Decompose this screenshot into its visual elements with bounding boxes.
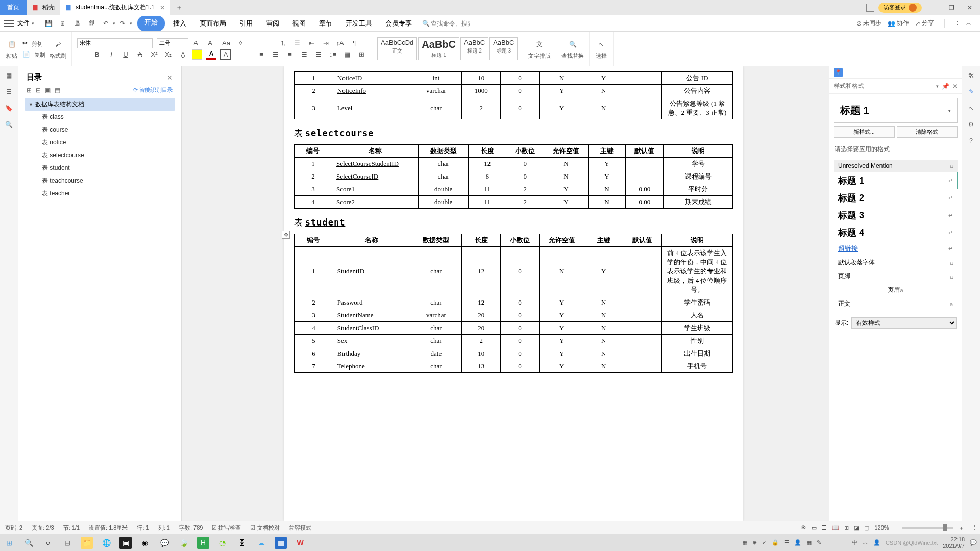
tray-icon[interactable]: ▦ xyxy=(806,539,812,546)
status-pagenum[interactable]: 页码: 2 xyxy=(5,524,22,532)
restore-button[interactable]: ❐ xyxy=(944,2,959,13)
view-outline-icon[interactable]: ☰ xyxy=(822,524,827,531)
nav-child[interactable]: 表 notice xyxy=(24,136,175,149)
multilevel-icon[interactable]: ☰ xyxy=(292,38,302,48)
tray-icon[interactable]: 🔒 xyxy=(772,539,779,546)
style-list-item[interactable]: 标题 4↵ xyxy=(834,224,958,241)
undo-icon[interactable]: ↶ xyxy=(101,19,110,28)
minimize-button[interactable]: — xyxy=(926,2,940,13)
hamburger-icon[interactable] xyxy=(4,18,14,29)
quickprint-icon[interactable]: 🗐 xyxy=(87,19,96,28)
status-words[interactable]: 字数: 789 xyxy=(179,524,203,532)
close-button[interactable]: ✕ xyxy=(963,2,977,13)
style-list-item[interactable]: Unresolved Mentiona xyxy=(834,160,958,172)
tray-icon[interactable]: ▦ xyxy=(742,539,747,546)
expand-all-icon[interactable]: ⊞ xyxy=(27,87,32,94)
tab-view[interactable]: 视图 xyxy=(287,16,311,31)
tab-developer[interactable]: 开发工具 xyxy=(340,16,377,31)
status-doccheck[interactable]: ☑ 文档校对 xyxy=(250,524,279,532)
notifications-icon[interactable]: 💬 xyxy=(970,539,977,546)
show-select[interactable]: 有效样式 xyxy=(851,317,957,329)
smart-detect-button[interactable]: ⟳智能识别目录 xyxy=(133,86,173,94)
align-distribute-icon[interactable]: ☰ xyxy=(313,49,324,60)
style-h1[interactable]: AaBbC 标题 1 xyxy=(418,37,459,60)
tab-home[interactable]: 首页 xyxy=(0,0,27,15)
tab-section[interactable]: 章节 xyxy=(314,16,337,31)
tab-start[interactable]: 开始 xyxy=(137,16,165,31)
tray-people-icon[interactable]: 👤 xyxy=(873,539,880,546)
pane-close-icon[interactable]: ✕ xyxy=(952,83,958,90)
superscript-button[interactable]: X² xyxy=(149,49,159,60)
nav-child[interactable]: 表 course xyxy=(24,123,175,136)
style-list-item[interactable]: 标题 2↵ xyxy=(834,189,958,207)
tray-icon[interactable]: 👤 xyxy=(794,539,801,546)
tab-layout[interactable]: 页面布局 xyxy=(194,16,231,31)
chevron-down-icon[interactable]: ▾ xyxy=(130,21,132,26)
new-style-button[interactable]: 新样式... xyxy=(834,126,895,138)
more-icon[interactable]: ⋮ xyxy=(955,21,960,26)
app-icon-2[interactable]: 🍃 xyxy=(178,537,190,549)
close-icon[interactable]: ✕ xyxy=(167,73,173,82)
sort-icon[interactable]: ↕A xyxy=(335,38,345,48)
outline-icon[interactable]: ☰ xyxy=(4,87,14,97)
app-icon-5[interactable]: 🗄 xyxy=(236,537,248,549)
chevron-down-icon[interactable]: ▾ xyxy=(32,21,34,26)
styles-icon[interactable]: ✎ xyxy=(966,87,976,97)
numbering-icon[interactable]: ⒈ xyxy=(278,38,288,48)
format-painter-label[interactable]: 格式刷 xyxy=(50,52,66,60)
tab-references[interactable]: 引用 xyxy=(234,16,258,31)
share-button[interactable]: ↗分享 xyxy=(915,19,934,28)
tab-insert[interactable]: 插入 xyxy=(168,16,191,31)
status-spell[interactable]: ☑ 拼写检查 xyxy=(212,524,241,532)
pin-icon[interactable]: 📍 xyxy=(834,68,843,77)
borders-icon[interactable]: ⊞ xyxy=(356,49,366,60)
print-preview-icon[interactable]: 🗎 xyxy=(58,19,67,28)
strike-button[interactable]: A xyxy=(135,49,145,60)
view-read-icon[interactable]: 📖 xyxy=(832,524,839,531)
style-h3[interactable]: AaBbC 标题 3 xyxy=(489,37,518,60)
select-icon[interactable]: ↖ xyxy=(966,103,976,113)
indent-icon[interactable]: ⇥ xyxy=(321,38,331,48)
grow-font-icon[interactable]: A⁺ xyxy=(192,38,203,48)
tray-icon[interactable]: ⊕ xyxy=(752,539,757,546)
style-list-item[interactable]: 页眉a xyxy=(834,283,958,297)
align-justify-icon[interactable]: ☰ xyxy=(299,49,309,60)
collapse-all-icon[interactable]: ⊟ xyxy=(36,87,41,94)
tray-up-icon[interactable]: ︿ xyxy=(863,539,868,546)
select-group[interactable]: ↖ 选择 xyxy=(590,32,614,66)
style-list-item[interactable]: 页脚a xyxy=(834,269,958,283)
nav-child[interactable]: 表 teacher xyxy=(24,187,175,200)
zoom-value[interactable]: 120% xyxy=(874,524,889,531)
add-tab-button[interactable]: ＋ xyxy=(170,3,188,12)
bullets-icon[interactable]: ≣ xyxy=(263,38,274,48)
tab-review[interactable]: 审阅 xyxy=(261,16,284,31)
close-icon[interactable]: ✕ xyxy=(160,4,165,11)
font-select[interactable] xyxy=(77,38,153,48)
paste-label[interactable]: 粘贴 xyxy=(6,52,17,60)
nav-child[interactable]: 表 teachcourse xyxy=(24,174,175,187)
app-icon-7[interactable]: ▦ xyxy=(275,537,287,549)
line-spacing-icon[interactable]: ↕≡ xyxy=(328,49,338,60)
clear-format-icon[interactable]: ✧ xyxy=(235,38,246,48)
style-body[interactable]: AaBbCcDd 正文 xyxy=(377,37,417,60)
chrome-icon[interactable]: ◉ xyxy=(139,537,151,549)
view-web-icon[interactable]: ⊞ xyxy=(844,524,849,531)
app-icon-4[interactable]: ◔ xyxy=(216,537,229,549)
view-focus-icon[interactable]: ◪ xyxy=(854,524,859,531)
view-page-icon[interactable]: ▭ xyxy=(812,524,817,531)
subscript-button[interactable]: X₂ xyxy=(163,49,174,60)
document-area[interactable]: 1NoticeIDint100NY公告 ID2NoticeInfovarchar… xyxy=(182,66,829,521)
app-icon-1[interactable]: ▣ xyxy=(119,537,132,549)
italic-button[interactable]: I xyxy=(106,49,116,60)
zoom-slider[interactable] xyxy=(902,527,953,529)
wechat-icon[interactable]: 💬 xyxy=(158,537,170,549)
style-h2[interactable]: AaBbC 标题 2 xyxy=(460,37,488,60)
help-icon[interactable]: ? xyxy=(966,136,976,146)
format-painter-icon[interactable]: 🖌 xyxy=(52,38,65,51)
search-pane-icon[interactable]: 🔍 xyxy=(4,119,14,130)
app-icon-6[interactable]: ☁ xyxy=(255,537,267,549)
font-size-select[interactable] xyxy=(157,38,188,48)
guest-login-button[interactable]: 访客登录 xyxy=(878,3,922,13)
nav-child[interactable]: 表 student xyxy=(24,162,175,174)
file-menu[interactable]: 文件 xyxy=(17,19,30,28)
